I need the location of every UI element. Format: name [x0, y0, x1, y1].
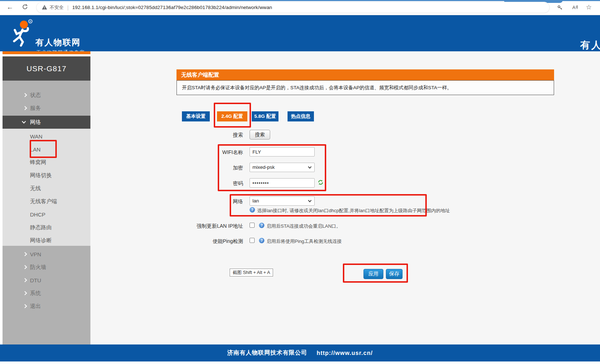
read-aloud-icon[interactable]: A — [571, 4, 578, 13]
chevron-right-icon — [23, 265, 27, 269]
sidebar-item-label: DTU — [30, 277, 41, 283]
svg-text:A: A — [573, 5, 576, 10]
help-icon: ? — [250, 207, 255, 213]
notice-text: 开启STA时请务必保证本设备对应的AP是开启的，STA连接成功后，会将本设备AP… — [176, 80, 554, 95]
password-label: 密码 — [159, 180, 243, 187]
browser-toolbar: ← 不安全 | 192.168.1.1/cgi-bin/luci/;stok=0… — [0, 0, 600, 15]
chevron-right-icon — [23, 291, 27, 295]
insecure-warning-icon — [42, 5, 47, 11]
sidebar-item-services[interactable]: 服务 — [3, 102, 90, 115]
regenerate-password-icon[interactable] — [318, 179, 324, 187]
sidebar-item-firewall[interactable]: 防火墙 — [3, 261, 90, 274]
sidebar-item-network[interactable]: 网络 — [3, 116, 90, 129]
usr-logo-icon: R — [10, 19, 34, 49]
sidebar-item-label: 无线 — [30, 185, 41, 192]
footer-company: 济南有人物联网技术有限公司 — [227, 349, 307, 357]
encryption-select[interactable]: mixed-psk — [250, 163, 315, 172]
sidebar-item-label: LAN — [30, 146, 41, 153]
network-hint-text: 选择lan接口时, 请修改或关闭lan口dhcp配置,并将lan口地址配置为上级… — [257, 207, 450, 214]
ping-detect-label: 使能Ping检测 — [159, 238, 243, 245]
page-title: 无线客户端配置 — [176, 69, 554, 80]
sidebar: USR-G817 状态 服务 网络 WAN LAN 蜂窝网 网络切换 无线 无线… — [3, 51, 90, 344]
sidebar-network-submenu: WAN LAN 蜂窝网 网络切换 无线 无线客户端 DHCP 静态路由 网络诊断 — [3, 129, 90, 246]
sidebar-item-label: 系统 — [30, 290, 41, 297]
header-watermark-text: 有人 — [580, 39, 600, 52]
screenshot-shortcut-tip: 截图 Shift + Alt + A — [230, 269, 273, 277]
save-button[interactable]: 保存 — [386, 269, 403, 279]
ping-hint-text: 启用后将使用Ping工具检测无线连接 — [267, 238, 342, 245]
sidebar-item-logout[interactable]: 退出 — [3, 300, 90, 313]
sidebar-item-label: VPN — [30, 251, 41, 257]
sidebar-item-system[interactable]: 系统 — [3, 287, 90, 300]
force-lan-update-label: 强制更新LAN IP地址 — [159, 223, 243, 230]
sidebar-bottom-section: VPN 防火墙 DTU 系统 退出 — [3, 246, 90, 344]
page: ← 不安全 | 192.168.1.1/cgi-bin/luci/;stok=0… — [0, 0, 600, 364]
tab-5-8g-config[interactable]: 5.8G 配置 — [252, 111, 278, 121]
sidebar-item-label: DHCP — [30, 211, 46, 218]
back-icon[interactable]: ← — [7, 3, 13, 12]
device-model: USR-G817 — [3, 56, 90, 81]
help-icon: ? — [259, 238, 264, 243]
security-label: 不安全 — [50, 4, 64, 11]
sidebar-item-label: 网络 — [30, 119, 41, 126]
password-key-icon[interactable] — [557, 4, 563, 13]
brand-title: 有人物联网 — [35, 37, 81, 48]
sidebar-item-label: WAN — [30, 133, 42, 140]
search-label: 搜索 — [159, 132, 243, 138]
sidebar-item-label: 网络诊断 — [30, 237, 52, 244]
encryption-label: 加密 — [159, 165, 243, 171]
reload-icon[interactable] — [22, 4, 28, 12]
sidebar-item-wireless[interactable]: 无线 — [3, 182, 90, 195]
network-label: 网络 — [159, 198, 243, 205]
sidebar-item-label: 网络切换 — [30, 172, 52, 179]
encryption-selected-value: mixed-psk — [252, 164, 275, 170]
tab-hotspot-info[interactable]: 热点信息 — [288, 111, 314, 121]
tab-basic-settings[interactable]: 基本设置 — [182, 111, 210, 121]
app-header: R 有人物联网 工业物联网通信专家 有人 — [0, 15, 600, 51]
sidebar-item-lan[interactable]: LAN — [3, 143, 90, 156]
sidebar-item-label: 防火墙 — [30, 264, 46, 271]
tab-2-4g-config[interactable]: 2.4G 配置 — [217, 111, 247, 121]
address-bar[interactable]: 不安全 | 192.168.1.1/cgi-bin/luci/;stok=027… — [36, 2, 550, 13]
ping-detect-checkbox[interactable] — [250, 238, 255, 243]
apply-button[interactable]: 应用 — [363, 269, 383, 279]
sidebar-item-diagnostics[interactable]: 网络诊断 — [3, 234, 90, 247]
svg-text:R: R — [29, 20, 31, 23]
sidebar-item-network-switch[interactable]: 网络切换 — [3, 169, 90, 182]
sidebar-item-label: 无线客户端 — [30, 198, 57, 205]
sidebar-accent-bar — [3, 51, 90, 54]
password-input[interactable] — [250, 178, 315, 188]
favorite-star-icon[interactable]: ☆ — [586, 3, 592, 12]
chevron-down-icon — [22, 119, 26, 123]
sidebar-item-wireless-client[interactable]: 无线客户端 — [3, 195, 90, 208]
chevron-right-icon — [23, 278, 27, 282]
wifi-name-input[interactable] — [250, 147, 315, 157]
help-icon: ? — [259, 223, 264, 228]
force-lan-update-checkbox[interactable] — [250, 223, 255, 228]
sidebar-item-dhcp[interactable]: DHCP — [3, 208, 90, 221]
sidebar-item-label: 服务 — [30, 105, 41, 112]
force-lan-hint-text: 启用后STA连接成功会重启LAN口。 — [267, 223, 341, 230]
sidebar-item-vpn[interactable]: VPN — [3, 248, 90, 261]
sidebar-top-section: 状态 服务 — [3, 81, 90, 116]
chevron-right-icon — [23, 304, 27, 308]
main-content-background — [90, 51, 600, 344]
sidebar-item-dtu[interactable]: DTU — [3, 274, 90, 287]
chevron-right-icon — [23, 252, 27, 256]
url-text: 192.168.1.1/cgi-bin/luci/;stok=02785dd27… — [72, 5, 272, 10]
network-selected-value: lan — [252, 198, 259, 204]
chevron-down-icon — [308, 199, 312, 202]
sidebar-item-label: 退出 — [30, 303, 41, 310]
search-button[interactable]: 搜索 — [250, 130, 270, 140]
sidebar-item-wan[interactable]: WAN — [3, 130, 90, 143]
sidebar-item-static-routes[interactable]: 静态路由 — [3, 221, 90, 234]
footer-website-link[interactable]: http://www.usr.cn/ — [316, 350, 373, 356]
address-divider: | — [67, 5, 69, 10]
sidebar-item-cellular[interactable]: 蜂窝网 — [3, 156, 90, 169]
sidebar-item-label: 状态 — [30, 92, 41, 99]
chevron-right-icon — [23, 93, 27, 97]
page-footer: 济南有人物联网技术有限公司 http://www.usr.cn/ — [0, 344, 600, 361]
sidebar-item-label: 蜂窝网 — [30, 159, 46, 166]
network-select[interactable]: lan — [250, 196, 315, 206]
sidebar-item-status[interactable]: 状态 — [3, 89, 90, 102]
